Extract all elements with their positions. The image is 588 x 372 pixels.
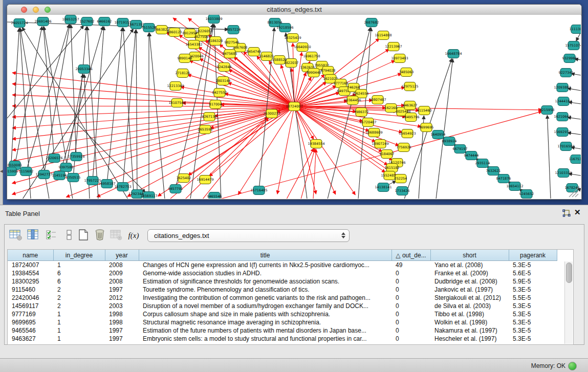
graph-node[interactable]: 9245652 (519, 190, 534, 199)
table-cell[interactable]: 5.3E-5 (509, 261, 557, 270)
citation-edge-red[interactable] (12, 106, 294, 106)
table-cell[interactable]: Dudbridge et al. (2008) (430, 277, 509, 286)
graph-node[interactable]: 9465546 (207, 192, 222, 199)
graph-node[interactable]: 12975125 (401, 82, 418, 91)
table-cell[interactable]: Disruption of a novel member of a sodium… (139, 302, 391, 310)
table-row[interactable]: 1456911722003Disruption of a novel membe… (8, 302, 557, 310)
graph-node[interactable]: 9463627 (403, 101, 418, 110)
citation-edge-red[interactable] (287, 148, 314, 199)
graph-node[interactable]: 6466162 (97, 17, 112, 26)
graph-node[interactable]: 9329966 (562, 54, 577, 63)
graph-node[interactable]: 12213967 (385, 42, 402, 51)
table-cell[interactable]: Tourette syndrome. Phenomenology and cla… (139, 286, 391, 294)
graph-node[interactable]: 12213349 (167, 82, 184, 91)
table-cell[interactable]: Tibbo et al. (1998) (430, 310, 509, 318)
graph-node[interactable]: 2687682 (364, 18, 379, 27)
graph-node[interactable]: 9457791 (168, 185, 183, 193)
graph-node[interactable]: 16961758 (303, 52, 320, 61)
table-cell[interactable]: 2012 (105, 294, 139, 302)
table-cell[interactable]: 1998 (105, 318, 139, 326)
table-row[interactable]: 946362711997Embryonic stem cells: a mode… (8, 335, 557, 343)
table-cell[interactable]: 0 (391, 326, 430, 335)
table-cell[interactable]: 0 (391, 269, 430, 277)
table-cell[interactable]: 1 (53, 310, 105, 318)
graph-node[interactable]: 8938924 (442, 137, 457, 146)
table-cell[interactable]: 9115460 (8, 286, 53, 294)
graph-node[interactable]: 12444184 (555, 97, 572, 106)
column-header-name[interactable]: name (8, 250, 53, 261)
graph-node[interactable]: 10973493 (391, 54, 408, 63)
graph-node[interactable]: 16648784 (445, 50, 462, 58)
citation-edge-black[interactable] (149, 33, 165, 199)
table-cell[interactable]: 0 (391, 286, 430, 294)
graph-node[interactable]: 1115682 (19, 167, 34, 176)
table-selector-dropdown[interactable]: citations_edges.txt (147, 229, 350, 242)
graph-node[interactable]: 10654112 (506, 182, 523, 191)
graph-node[interactable]: 8860123 (167, 28, 182, 37)
table-cell[interactable]: 1 (53, 335, 105, 343)
graph-node[interactable]: 1167533 (569, 155, 581, 164)
table-cell[interactable]: 9777169 (8, 310, 53, 318)
table-cell[interactable]: 5.6E-5 (509, 269, 557, 277)
table-cell[interactable]: 5.3E-5 (509, 335, 557, 343)
graph-node[interactable]: 9184067 (380, 150, 395, 159)
graph-node[interactable]: 7857224 (226, 26, 241, 34)
table-row[interactable]: 1872400712008Changes of HCN gene express… (8, 261, 557, 270)
table-cell[interactable]: 0 (391, 318, 430, 326)
graph-node[interactable]: 9827546 (225, 38, 239, 47)
citation-edge-black[interactable] (26, 25, 69, 171)
function-builder-icon[interactable]: f(x) (126, 229, 141, 242)
graph-node[interactable]: 6679197 (453, 145, 468, 154)
table-row[interactable]: 911546021997Tourette syndrome. Phenomeno… (8, 286, 557, 294)
column-header-short[interactable]: short (430, 250, 509, 261)
scrollbar-thumb[interactable] (566, 262, 572, 283)
delete-entries-icon[interactable] (93, 229, 107, 242)
column-header-title[interactable]: title (139, 250, 391, 261)
graph-node[interactable]: 9474444 (464, 151, 479, 160)
table-cell[interactable]: Jankovic et al. (1997) (430, 286, 509, 294)
graph-node[interactable]: 20691406 (34, 17, 51, 26)
graph-node[interactable]: 9227341 (559, 69, 574, 77)
import-table-icon[interactable] (109, 229, 123, 242)
graph-node[interactable]: 16210643 (554, 113, 571, 121)
table-cell[interactable]: 19384554 (8, 269, 53, 277)
graph-node[interactable]: 1588520 (272, 56, 287, 64)
network-canvas[interactable]: 2405572420691406106532571527602646616210… (7, 15, 581, 199)
clear-selection-icon[interactable] (62, 229, 76, 242)
graph-node[interactable]: 8471876 (496, 174, 511, 183)
graph-node[interactable]: 6794028 (321, 67, 336, 75)
memory-ok-indicator-icon[interactable] (568, 362, 577, 370)
table-cell[interactable]: 5.3E-5 (509, 318, 557, 326)
table-cell[interactable]: 2 (53, 294, 105, 302)
network-window-titlebar[interactable]: citations_edges.txt (7, 5, 581, 15)
table-cell[interactable]: 5.3E-5 (509, 326, 557, 335)
vertical-scrollbar[interactable] (564, 261, 573, 344)
graph-node[interactable]: 7632621 (486, 167, 501, 176)
table-cell[interactable]: 1 (53, 326, 105, 335)
graph-node[interactable]: 1678244 (565, 184, 580, 192)
new-file-icon[interactable] (76, 229, 91, 242)
graph-node[interactable]: 12093882 (554, 83, 571, 92)
network-view-window[interactable]: citations_edges.txt 24055724206914061065… (7, 4, 582, 200)
table-row[interactable]: 977716911998Corpus callosum shape and si… (8, 310, 557, 318)
table-cell[interactable]: 2 (53, 286, 105, 294)
column-header-out-de-[interactable]: △ out_de... (391, 250, 430, 261)
table-cell[interactable]: Investigating the contribution of common… (139, 294, 391, 302)
table-row[interactable]: 1938455462009Genome-wide association stu… (8, 269, 557, 277)
table-cell[interactable]: Estimation of the future numbers of pati… (139, 326, 391, 335)
table-cell[interactable]: 0 (391, 302, 430, 310)
table-cell[interactable]: 22420046 (8, 294, 53, 302)
graph-node[interactable]: 7756928 (397, 143, 411, 152)
graph-node[interactable]: 17016504 (557, 142, 574, 151)
graph-node[interactable]: 16782753 (114, 183, 131, 191)
table-cell[interactable]: 5.3E-5 (509, 302, 557, 310)
table-cell[interactable]: Structural magnetic resonance image aver… (139, 318, 391, 326)
table-row[interactable]: 2242004622012Investigating the contribut… (8, 294, 557, 302)
citation-edge-red[interactable] (12, 84, 294, 106)
table-cell[interactable]: Estimation of significance thresholds fo… (139, 277, 391, 286)
graph-node[interactable]: 1145194 (52, 171, 67, 180)
table-cell[interactable]: 2008 (105, 277, 139, 286)
table-cell[interactable]: 1 (53, 261, 105, 270)
graph-node[interactable]: 1111304 (570, 25, 581, 34)
graph-node[interactable]: 7625402 (177, 174, 191, 183)
